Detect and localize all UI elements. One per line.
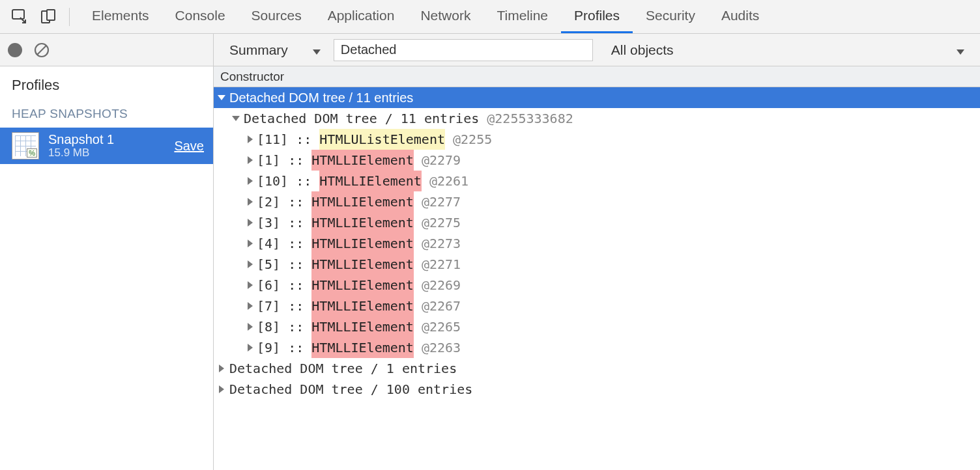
tab-application[interactable]: Application bbox=[315, 0, 408, 33]
element-type: HTMLLIElement bbox=[311, 233, 414, 254]
tree-node-entry[interactable]: [6] :: HTMLLIElement @2269 bbox=[214, 275, 980, 296]
constructor-tree: Detached DOM tree / 11 entries @22553336… bbox=[214, 108, 980, 400]
tab-console[interactable]: Console bbox=[162, 0, 238, 33]
chevron-right-icon bbox=[219, 385, 224, 393]
snapshot-name: Snapshot 1 bbox=[48, 132, 174, 146]
object-id: @2261 bbox=[429, 171, 468, 191]
sidebar-title: Profiles bbox=[0, 66, 213, 102]
tree-node-entry[interactable]: [5] :: HTMLLIElement @2271 bbox=[214, 254, 980, 275]
tree-node-entry[interactable]: [7] :: HTMLLIElement @2267 bbox=[214, 296, 980, 316]
chevron-right-icon[interactable] bbox=[248, 135, 253, 143]
toggle-device-icon[interactable] bbox=[36, 5, 60, 29]
tree-node-entry[interactable]: [1] :: HTMLLIElement @2279 bbox=[214, 150, 980, 171]
devtools-tabs: ElementsConsoleSourcesApplicationNetwork… bbox=[79, 0, 772, 33]
svg-line-4 bbox=[37, 46, 46, 55]
tree-node-entry[interactable]: [3] :: HTMLLIElement @2275 bbox=[214, 212, 980, 233]
element-type: HTMLLIElement bbox=[311, 316, 414, 337]
element-type: HTMLLIElement bbox=[311, 212, 414, 233]
sidebar-toolbar bbox=[0, 34, 213, 66]
object-id: @2263 bbox=[422, 337, 461, 358]
group-row-collapsed[interactable]: Detached DOM tree / 100 entries bbox=[214, 379, 980, 400]
group-row-selected[interactable]: Detached DOM tree / 11 entries bbox=[214, 87, 980, 108]
object-id: @2271 bbox=[422, 254, 461, 275]
snapshot-size: 15.9 MB bbox=[48, 146, 174, 159]
element-type: HTMLLIElement bbox=[311, 254, 414, 275]
object-id: @2267 bbox=[422, 296, 461, 316]
chevron-right-icon[interactable] bbox=[248, 281, 253, 289]
chevron-right-icon[interactable] bbox=[248, 323, 253, 331]
tab-sources[interactable]: Sources bbox=[238, 0, 315, 33]
inspect-element-icon[interactable] bbox=[8, 5, 31, 29]
chevron-right-icon[interactable] bbox=[248, 198, 253, 206]
tab-timeline[interactable]: Timeline bbox=[483, 0, 561, 33]
tree-node-entry[interactable]: [9] :: HTMLLIElement @2263 bbox=[214, 337, 980, 358]
group-row-collapsed[interactable]: Detached DOM tree / 1 entries bbox=[214, 358, 980, 379]
object-id: @2277 bbox=[422, 191, 461, 212]
chevron-right-icon[interactable] bbox=[248, 219, 253, 227]
table-header-constructor[interactable]: Constructor bbox=[214, 66, 980, 87]
element-type: HTMLLIElement bbox=[311, 150, 414, 171]
profiles-sub-toolbar: Summary All objects bbox=[214, 34, 980, 66]
chevron-down-icon bbox=[218, 95, 225, 100]
tree-node-entry[interactable]: [2] :: HTMLLIElement @2277 bbox=[214, 191, 980, 212]
svg-rect-0 bbox=[12, 10, 24, 19]
tab-security[interactable]: Security bbox=[633, 0, 708, 33]
object-id: @2279 bbox=[422, 150, 461, 171]
class-filter-input[interactable] bbox=[334, 39, 593, 61]
element-type: HTMLLIElement bbox=[319, 171, 422, 191]
chevron-right-icon bbox=[219, 365, 224, 372]
svg-rect-2 bbox=[47, 10, 55, 20]
chevron-right-icon[interactable] bbox=[248, 240, 253, 247]
record-button-icon[interactable] bbox=[8, 43, 22, 57]
tab-elements[interactable]: Elements bbox=[79, 0, 162, 33]
toolbar-divider bbox=[69, 8, 70, 26]
clear-icon[interactable] bbox=[34, 42, 50, 58]
element-type: HTMLLIElement bbox=[311, 191, 414, 212]
object-id: @2273 bbox=[422, 233, 461, 254]
tree-node-entry[interactable]: [4] :: HTMLLIElement @2273 bbox=[214, 233, 980, 254]
chevron-down-icon[interactable] bbox=[232, 116, 240, 121]
tree-node-entry[interactable]: [8] :: HTMLLIElement @2265 bbox=[214, 316, 980, 337]
chevron-right-icon[interactable] bbox=[248, 156, 253, 164]
profiles-sidebar: Profiles HEAP SNAPSHOTS % Snapshot 1 15.… bbox=[0, 34, 214, 470]
snapshot-icon: % bbox=[12, 132, 39, 159]
element-type: HTMLLIElement bbox=[311, 275, 414, 296]
tree-node-entry[interactable]: [11] :: HTMLUListElement @2255 bbox=[214, 129, 980, 150]
sidebar-section-heap-snapshots: HEAP SNAPSHOTS bbox=[0, 102, 213, 128]
profiles-main: Summary All objects Constructor Detached… bbox=[214, 34, 980, 470]
chevron-right-icon[interactable] bbox=[248, 344, 253, 352]
object-id: @2269 bbox=[422, 275, 461, 296]
element-type: HTMLUListElement bbox=[319, 129, 445, 150]
tree-node-entry[interactable]: [10] :: HTMLLIElement @2261 bbox=[214, 171, 980, 191]
tree-node-expanded-group[interactable]: Detached DOM tree / 11 entries @22553336… bbox=[214, 108, 980, 129]
view-mode-dropdown[interactable]: Summary bbox=[223, 42, 327, 58]
element-type: HTMLLIElement bbox=[311, 296, 414, 316]
objects-scope-dropdown[interactable]: All objects bbox=[605, 42, 971, 58]
tab-audits[interactable]: Audits bbox=[708, 0, 772, 33]
snapshot-item[interactable]: % Snapshot 1 15.9 MB Save bbox=[0, 128, 213, 164]
chevron-right-icon[interactable] bbox=[248, 260, 253, 268]
chevron-down-icon bbox=[313, 42, 321, 58]
tab-network[interactable]: Network bbox=[407, 0, 483, 33]
devtools-toolbar: ElementsConsoleSourcesApplicationNetwork… bbox=[0, 0, 980, 34]
chevron-right-icon[interactable] bbox=[248, 302, 253, 310]
object-id: @2275 bbox=[422, 212, 461, 233]
chevron-down-icon bbox=[957, 42, 964, 58]
snapshot-save-link[interactable]: Save bbox=[174, 139, 204, 154]
element-type: HTMLLIElement bbox=[311, 337, 414, 358]
object-id: @2255 bbox=[453, 129, 492, 150]
object-id: @2265 bbox=[422, 316, 461, 337]
tab-profiles[interactable]: Profiles bbox=[561, 0, 633, 33]
chevron-right-icon[interactable] bbox=[248, 177, 253, 185]
